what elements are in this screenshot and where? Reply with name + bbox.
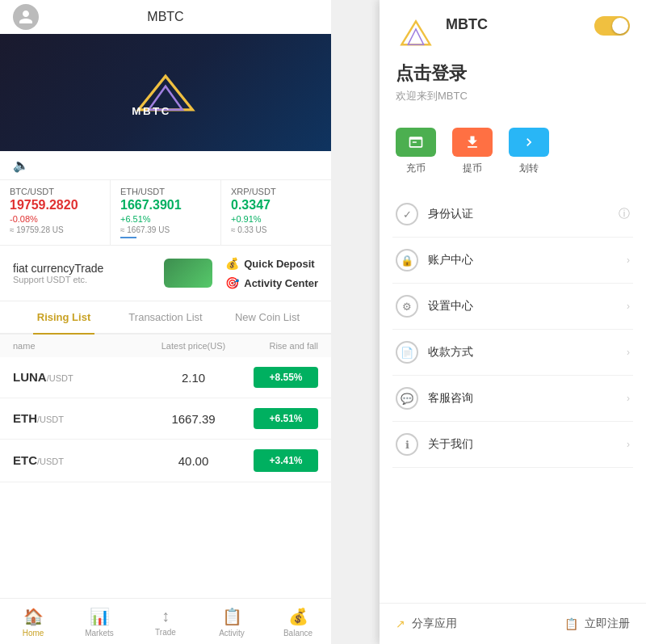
menu-support[interactable]: 💬 客服咨询 ›: [392, 376, 633, 422]
activity-icon: 🎯: [225, 276, 239, 289]
nav-home[interactable]: 🏠 Home: [0, 599, 66, 644]
avatar[interactable]: [13, 4, 39, 30]
menu-payment[interactable]: 📄 收款方式 ›: [392, 330, 633, 376]
quick-deposit-label: Quick Deposit: [244, 258, 314, 270]
svg-marker-3: [401, 21, 430, 44]
app-header: MBTC: [0, 0, 331, 34]
coin-price-luna: 2.10: [133, 371, 254, 385]
ticker-eth-change: +6.51%: [120, 214, 211, 224]
tab-transaction[interactable]: Transaction List: [115, 301, 216, 333]
account-icon: 🔒: [396, 249, 418, 271]
nav-trade-label: Trade: [155, 628, 176, 637]
right-logo-svg: [396, 16, 436, 48]
deposit-action-icon: [396, 128, 436, 157]
register-button[interactable]: 📋 立即注册: [564, 617, 630, 631]
ticker-eth-usd: ≈ 1667.39 US: [120, 225, 211, 234]
table-row[interactable]: ETC/USDT 40.00 +3.41%: [0, 440, 331, 482]
ticker-eth-pair: ETH/USDT: [120, 187, 211, 196]
account-label: 账户中心: [428, 253, 627, 267]
fiat-subtitle: Support USDT etc.: [13, 275, 164, 284]
nav-activity[interactable]: 📋 Activity: [199, 599, 265, 644]
ticker-eth-underline: [120, 237, 136, 238]
action-withdraw[interactable]: 提币: [452, 128, 493, 175]
register-label: 立即注册: [585, 617, 630, 631]
menu-about[interactable]: ℹ 关于我们 ›: [392, 422, 633, 468]
fiat-title: fiat currencyTrade: [13, 262, 164, 275]
banner: MBTC: [0, 34, 331, 151]
table-row[interactable]: LUNA/USDT 2.10 +8.55%: [0, 357, 331, 398]
payment-arrow: ›: [627, 347, 630, 358]
about-label: 关于我们: [428, 437, 627, 452]
settings-icon: ⚙: [396, 295, 418, 318]
tab-new-coin[interactable]: New Coin List: [216, 301, 318, 333]
identity-icon: ✓: [396, 203, 418, 225]
support-arrow: ›: [627, 393, 630, 404]
nav-activity-label: Activity: [219, 629, 245, 638]
change-badge-etc: +3.41%: [254, 449, 318, 472]
about-arrow: ›: [627, 439, 630, 450]
ticker-btc-change: -0.08%: [10, 214, 100, 224]
coin-price-etc: 40.00: [133, 454, 254, 468]
right-brand: MBTC: [446, 16, 488, 33]
ticker-xrp[interactable]: XRP/USDT 0.3347 +0.91% ≈ 0.33 US: [221, 180, 331, 245]
ticker-btc-price: 19759.2820: [10, 198, 100, 213]
login-title[interactable]: 点击登录: [396, 61, 630, 86]
svg-marker-0: [139, 76, 193, 110]
menu-settings[interactable]: ⚙ 设置中心 ›: [392, 284, 633, 330]
coin-name-luna: LUNA/USDT: [13, 370, 133, 385]
about-icon: ℹ: [396, 433, 418, 456]
coin-change-etc: +3.41%: [254, 449, 318, 472]
action-deposit[interactable]: 充币: [396, 128, 436, 175]
balance-icon: 💰: [288, 607, 308, 626]
nav-balance[interactable]: 💰 Balance: [265, 599, 331, 644]
withdraw-label: 提币: [463, 162, 482, 175]
identity-info-icon: ⓘ: [619, 207, 630, 221]
settings-label: 设置中心: [428, 299, 627, 314]
fiat-card: [164, 259, 212, 288]
quick-deposit-link[interactable]: 💰 Quick Deposit: [225, 257, 318, 270]
action-row: 充币 提币 划转: [380, 128, 646, 175]
right-header: MBTC 点击登录 欢迎来到MBTC: [380, 0, 646, 128]
nav-trade[interactable]: ↕️ Trade: [132, 599, 199, 644]
table-row[interactable]: ETH/USDT 1667.39 +6.51%: [0, 398, 331, 440]
left-panel: MBTC MBTC 🔈 BTC/USDT 19759.2820 -0.08% ≈…: [0, 0, 331, 644]
menu-account[interactable]: 🔒 账户中心 ›: [392, 238, 633, 284]
coin-price-eth: 1667.39: [133, 412, 254, 426]
ticker-xrp-usd: ≈ 0.33 US: [231, 225, 321, 234]
share-label: 分享应用: [412, 617, 457, 631]
header-title: MBTC: [147, 10, 183, 24]
ticker-xrp-change: +0.91%: [231, 214, 321, 224]
right-footer: ↗ 分享应用 📋 立即注册: [380, 603, 646, 644]
bottom-nav: 🏠 Home 📊 Markets ↕️ Trade 📋 Activity 💰 B…: [0, 598, 331, 644]
ticker-btc[interactable]: BTC/USDT 19759.2820 -0.08% ≈ 19759.28 US: [0, 180, 111, 245]
tab-rising[interactable]: Rising List: [13, 301, 115, 333]
coin-name-eth: ETH/USDT: [13, 411, 133, 426]
home-icon: 🏠: [23, 607, 44, 626]
activity-center-label: Activity Center: [244, 277, 318, 289]
transfer-label: 划转: [519, 162, 539, 175]
share-app-button[interactable]: ↗ 分享应用: [396, 617, 457, 631]
right-panel: MBTC 点击登录 欢迎来到MBTC 充币: [380, 0, 646, 644]
svg-text:MBTC: MBTC: [132, 105, 171, 117]
ticker-eth[interactable]: ETH/USDT 1667.3901 +6.51% ≈ 1667.39 US: [111, 180, 221, 245]
sound-bar: 🔈: [0, 151, 331, 179]
menu-identity[interactable]: ✓ 身份认证 ⓘ: [392, 192, 633, 238]
withdraw-action-icon: [452, 128, 493, 157]
toggle-knob: [612, 18, 628, 34]
ticker-xrp-price: 0.3347: [231, 198, 321, 213]
coin-change-eth: +6.51%: [254, 408, 318, 429]
col-header-price: Latest price(US): [133, 341, 254, 351]
sound-icon[interactable]: 🔈: [13, 158, 29, 172]
nav-markets[interactable]: 📊 Markets: [66, 599, 132, 644]
activity-nav-icon: 📋: [222, 607, 242, 626]
tab-bar: Rising List Transaction List New Coin Li…: [0, 301, 331, 335]
activity-center-link[interactable]: 🎯 Activity Center: [225, 276, 318, 289]
theme-toggle[interactable]: [594, 16, 630, 36]
register-icon: 📋: [564, 617, 578, 630]
action-transfer[interactable]: 划转: [509, 128, 549, 175]
fiat-info: fiat currencyTrade Support USDT etc.: [13, 262, 164, 284]
fiat-row: fiat currencyTrade Support USDT etc. 💰 Q…: [0, 246, 331, 301]
ticker-eth-price: 1667.3901: [120, 198, 211, 213]
support-icon: 💬: [396, 387, 418, 410]
payment-label: 收款方式: [428, 345, 627, 360]
